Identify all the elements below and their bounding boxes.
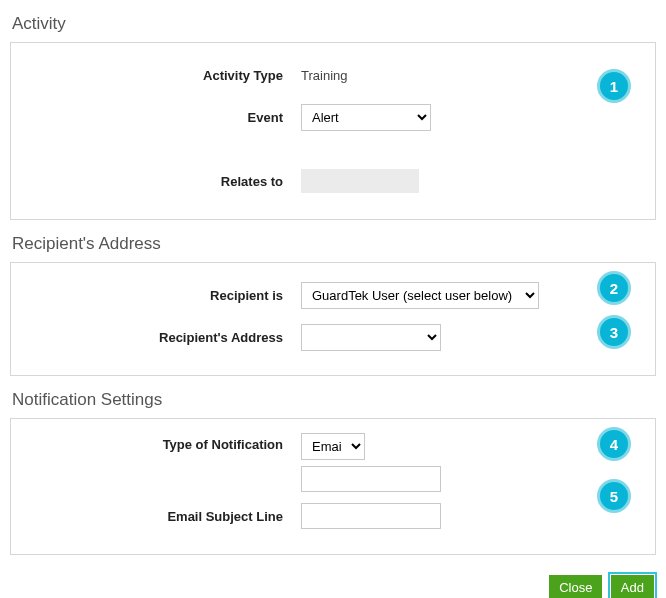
section-title-notification: Notification Settings [12, 390, 654, 410]
step-badge-1: 1 [597, 69, 631, 103]
value-activity-type: Training [301, 68, 347, 83]
select-notification-type[interactable]: Email [301, 433, 365, 460]
step-badge-5: 5 [597, 479, 631, 513]
relates-to-placeholder [301, 169, 419, 193]
section-title-activity: Activity [12, 14, 654, 34]
close-button[interactable]: Close [549, 575, 602, 598]
label-recipient-is: Recipient is [21, 288, 301, 303]
panel-activity: 1 Activity Type Training Event Alert Rel… [10, 42, 656, 220]
footer-actions: Close Add [10, 569, 656, 598]
select-recipient-is[interactable]: GuardTek User (select user below) [301, 282, 539, 309]
label-event: Event [21, 110, 301, 125]
step-badge-3: 3 [597, 315, 631, 349]
label-relates-to: Relates to [21, 174, 301, 189]
input-notification-extra[interactable] [301, 466, 441, 492]
step-badge-2: 2 [597, 271, 631, 305]
step-badge-4: 4 [597, 427, 631, 461]
label-email-subject: Email Subject Line [21, 509, 301, 524]
panel-notification: 4 5 Type of Notification Email Email Sub… [10, 418, 656, 555]
label-notification-type: Type of Notification [21, 433, 301, 452]
panel-recipient: 2 3 Recipient is GuardTek User (select u… [10, 262, 656, 376]
add-button[interactable]: Add [611, 575, 654, 598]
select-recipient-address[interactable] [301, 324, 441, 351]
select-event[interactable]: Alert [301, 104, 431, 131]
input-email-subject[interactable] [301, 503, 441, 529]
section-title-recipient: Recipient's Address [12, 234, 654, 254]
label-activity-type: Activity Type [21, 68, 301, 83]
label-recipient-address: Recipient's Address [21, 330, 301, 345]
